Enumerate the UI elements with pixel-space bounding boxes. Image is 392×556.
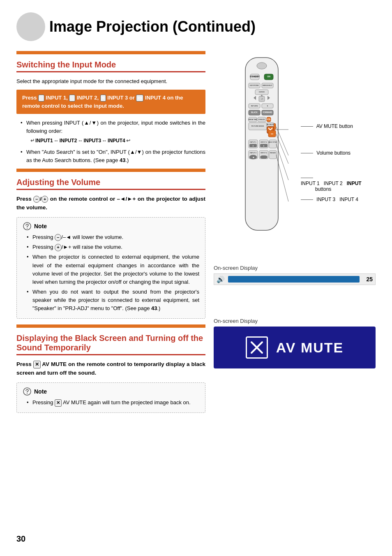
plus-key: + [55,244,61,251]
svg-point-1 [27,228,28,229]
section1-bullets: When pressing INPUT (▲/▼) on the project… [16,119,205,164]
input2-key: □ [69,95,75,102]
section3-note-title: Note [23,387,199,396]
av-mute-display: On-screen Display AV MUTE [214,318,376,368]
svg-point-3 [27,393,28,394]
section2-note-title: Note [23,222,199,231]
note-bullet1: Pressing –/–◄ will lower the volume. [27,233,199,241]
section1-bullet2: When "Auto Search" is set to "On", INPUT… [21,148,205,164]
svg-text:INPUT 4: INPUT 4 [261,152,267,154]
svg-text:BREM TME: BREM TME [248,118,257,120]
page-number: 30 [16,534,25,544]
volume-bar [228,276,360,283]
svg-text:INPUT 3: INPUT 3 [250,152,256,154]
input1-key: □ [38,95,44,102]
note-bullet3: When the projector is connected to exter… [27,253,199,286]
svg-text:ON: ON [267,75,270,78]
page-ref-43a[interactable]: 43 [120,157,125,163]
note-icon [23,222,32,231]
section1-heading: Switching the Input Mode [16,60,205,72]
svg-text:FREEZE: FREEZE [258,118,265,120]
svg-text:PICTURE MODE: PICTURE MODE [251,125,264,127]
volume-label: Volume buttons [301,150,350,156]
volume-icon: 🔊 [217,276,225,283]
note-bullet4: When you do not want to output the sound… [27,288,199,313]
svg-text:FORWARD: FORWARD [263,111,272,114]
section2-divider [16,169,205,172]
page: Image Projection (Continued) Switching t… [0,0,392,556]
header-circle-decoration [16,12,45,41]
remote-diagram-container: STANDBY ON KEYSTONE MENU/HELP ENTER [221,53,369,253]
section1-bullet1: When pressing INPUT (▲/▼) on the project… [21,119,205,145]
svg-text:KEYSTONE: KEYSTONE [250,84,259,86]
av-mute-onscreen-label: On-screen Display [214,318,376,324]
section2-heading: Adjusting the Volume [16,178,205,190]
svg-text:ENTER: ENTER [259,91,265,93]
av-mute-key: ✕ [33,361,41,368]
input12-label: INPUT 1 INPUT 2 INPUT buttons [301,175,362,192]
svg-text:AV MUTE: AV MUTE [267,123,274,125]
input34-label: INPUT 3 INPUT 4 [301,197,358,202]
vol-plus-key: + [42,196,48,203]
section2-note-bullets: Pressing –/–◄ will lower the volume. Pre… [23,233,199,313]
right-column: STANDBY ON KEYSTONE MENU/HELP ENTER [214,49,376,419]
note-bullet2: Pressing +/►+ will raise the volume. [27,243,199,251]
vol-minus-key: – [33,196,40,203]
av-mute-icon-box [246,336,268,359]
section1-highlight: Press □ INPUT 1, □ INPUT 2, ▿ INPUT 3 or… [16,90,205,114]
section3-note-label: Note [34,388,47,395]
page-header: Image Projection (Continued) [16,12,376,41]
svg-text:RETURN: RETURN [251,105,258,107]
remote-svg: STANDBY ON KEYSTONE MENU/HELP ENTER [221,53,303,251]
input4-key: ▭ [136,95,143,102]
volume-number: 25 [363,276,373,283]
section3-note: Note Pressing ✕ AV MUTE again will turn … [16,382,205,413]
section2-note-label: Note [34,223,47,229]
section3-divider [16,324,205,328]
minus-key: – [55,234,61,241]
input3-key: ▿ [100,95,106,102]
volume-onscreen-label: On-screen Display [214,265,376,271]
page-ref-43b[interactable]: 43 [151,305,157,311]
left-column: Switching the Input Mode Select the appr… [16,49,205,419]
section1-press-instruction: Press □ INPUT 1, □ INPUT 2, ▿ INPUT 3 or… [22,94,200,110]
av-mute-box: AV MUTE [214,327,376,368]
svg-point-5 [257,63,267,69]
main-content: Switching the Input Mode Select the appr… [16,49,376,419]
svg-text:INPUT 1: INPUT 1 [250,141,256,143]
section3-note-bullet1: Pressing ✕ AV MUTE again will turn the p… [27,398,199,407]
section1-divider [16,51,205,54]
svg-text:AUG SYNC: AUG SYNC [269,141,277,143]
svg-text:STANDBY: STANDBY [250,75,260,78]
section3-press-instruction: Press ✕ AV MUTE on the remote control to… [16,360,205,378]
svg-text:VOL: VOL [267,118,271,120]
av-mute-key2: ✕ [55,399,62,406]
svg-text:RESIZE: RESIZE [270,152,276,154]
svg-text:INPUT 2: INPUT 2 [261,141,267,143]
input-sequence: ↵ INPUT1 ↔ INPUT2 ↔ INPUT3 ↔ INPUT4 ↩ [30,137,205,145]
note-icon2 [23,387,32,396]
section1-body: Select the appropriate input mode for th… [16,77,205,86]
section3-heading: Displaying the Black Screen and Turning … [16,334,205,355]
svg-text:MENU/HELP: MENU/HELP [263,84,272,86]
svg-text:BLACK: BLACK [251,111,258,114]
section2-press-instruction: Press –/+ on the remote control or –◄/►+… [16,195,205,212]
page-title: Image Projection (Continued) [49,19,256,35]
svg-text:▼: ▼ [267,105,268,107]
section2-note: Note Pressing –/–◄ will lower the volume… [16,217,205,319]
av-mute-display-text: AV MUTE [276,340,344,356]
av-mute-label: AV MUTE button [301,123,353,129]
volume-bar-container: 🔊 25 [214,273,376,285]
volume-display: On-screen Display 🔊 25 [214,265,376,285]
svg-text:–: – [271,131,274,137]
section3-note-bullets: Pressing ✕ AV MUTE again will turn the p… [23,398,199,407]
svg-rect-67 [260,155,267,159]
